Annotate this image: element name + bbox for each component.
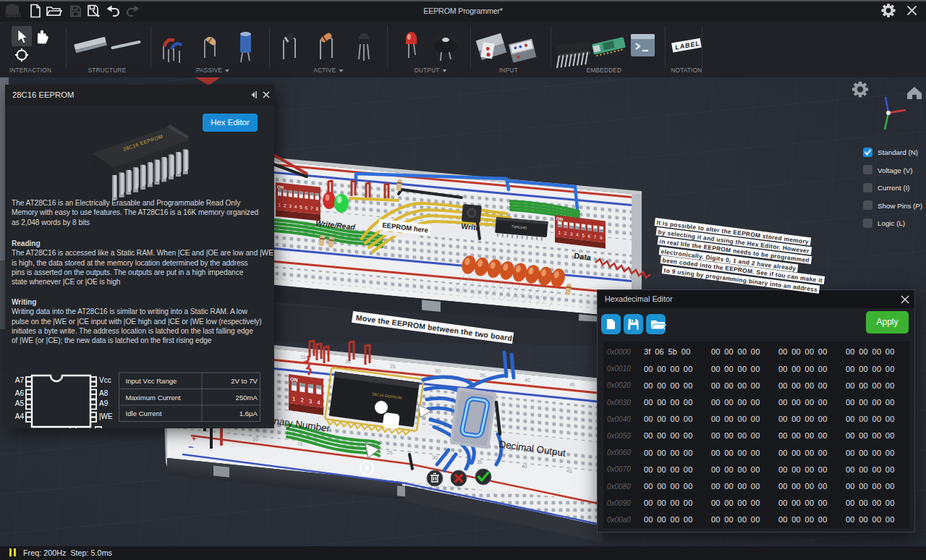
svg-text:2: 2 [300,396,304,404]
svg-text:1: 1 [292,396,296,403]
svg-text:−: − [188,441,194,453]
svg-text:250mA: 250mA [236,394,258,402]
svg-text:10: 10 [252,436,258,442]
svg-text:45: 45 [569,381,575,387]
svg-text:2: 2 [284,203,286,208]
svg-text:Idle Current: Idle Current [126,410,162,417]
svg-text:4: 4 [576,232,579,237]
svg-text:8: 8 [600,235,603,240]
svg-text:ON: ON [277,184,284,190]
svg-text:1.6µA: 1.6µA [239,410,258,417]
svg-text:ON: ON [556,216,563,221]
svg-text:6: 6 [588,234,591,239]
svg-text:A5: A5 [15,399,25,407]
svg-text:A7: A7 [15,376,25,384]
svg-text:3: 3 [309,398,313,405]
svg-text:A8: A8 [99,389,109,397]
svg-text:25: 25 [387,450,393,456]
svg-text:30: 30 [435,368,441,374]
svg-text:Vcc: Vcc [99,376,111,384]
svg-text:A4: A4 [15,412,25,420]
svg-text:Maximum Current: Maximum Current [126,394,182,402]
svg-text:ON: ON [290,376,297,382]
svg-text:40: 40 [524,377,530,383]
svg-text:1: 1 [558,230,561,235]
svg-text:15: 15 [297,441,303,446]
svg-text:A6: A6 [15,389,25,397]
svg-text:5: 5 [300,205,302,210]
svg-text:35: 35 [480,373,485,378]
svg-text:A9: A9 [99,399,109,407]
svg-text:1: 1 [279,202,281,207]
svg-text:3: 3 [570,232,573,237]
svg-text:2: 2 [564,231,567,236]
svg-text:15: 15 [300,355,306,360]
svg-text:8: 8 [315,206,318,211]
svg-text:45: 45 [566,468,572,474]
svg-text:Input Vcc Range: Input Vcc Range [126,377,177,385]
svg-text:6: 6 [305,205,308,210]
svg-text:2V to 7V: 2V to 7V [231,377,258,385]
svg-text:25: 25 [390,363,396,369]
svg-text:4: 4 [294,204,297,209]
svg-text:40: 40 [522,464,527,470]
svg-text:5: 5 [582,233,585,238]
svg-text:30: 30 [432,454,438,460]
svg-text:3: 3 [289,203,292,208]
svg-text:35: 35 [477,459,483,464]
svg-text:4: 4 [317,399,320,407]
svg-text:7: 7 [310,205,313,211]
svg-text:|WE: |WE [99,412,113,420]
svg-text:7: 7 [594,234,597,239]
